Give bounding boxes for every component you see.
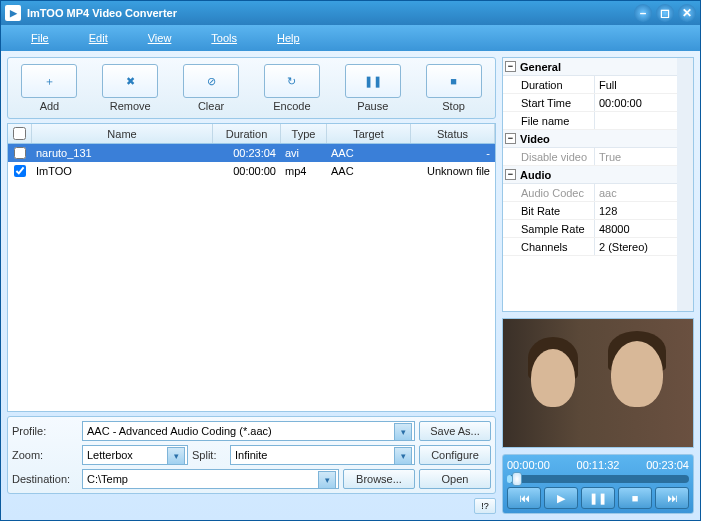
file-list-header: Name Duration Type Target Status: [8, 124, 495, 144]
table-row[interactable]: naruto_13100:23:04aviAAC-: [8, 144, 495, 162]
no-icon: ⊘: [207, 75, 216, 88]
menu-file[interactable]: File: [11, 28, 69, 48]
saveas-button[interactable]: Save As...: [419, 421, 491, 441]
col-target[interactable]: Target: [327, 124, 411, 143]
prop-group[interactable]: −Video: [503, 130, 677, 148]
profile-label: Profile:: [12, 425, 78, 437]
app-icon: ▶: [5, 5, 21, 21]
prop-row[interactable]: Audio Codecaac: [503, 184, 677, 202]
player-pause-button[interactable]: ❚❚: [581, 487, 615, 509]
destination-input[interactable]: C:\Temp: [82, 469, 339, 489]
player-stop-button[interactable]: ■: [618, 487, 652, 509]
prop-key: File name: [503, 112, 595, 129]
cell-target: AAC: [327, 165, 411, 177]
remove-button[interactable]: ✖ Remove: [93, 62, 168, 114]
configure-button[interactable]: Configure: [419, 445, 491, 465]
window-title: ImTOO MP4 Video Converter: [27, 7, 634, 19]
cell-duration: 00:00:00: [213, 165, 281, 177]
video-preview: [502, 318, 694, 448]
play-button[interactable]: ▶: [544, 487, 578, 509]
time-start: 00:00:00: [507, 459, 550, 471]
col-duration[interactable]: Duration: [213, 124, 281, 143]
settings-form: Profile: AAC - Advanced Audio Coding (*.…: [7, 416, 496, 494]
pause-icon: ❚❚: [364, 75, 382, 88]
prop-key: Disable video: [503, 148, 595, 165]
time-mid: 00:11:32: [577, 459, 620, 471]
prop-key: Audio Codec: [503, 184, 595, 201]
col-status[interactable]: Status: [411, 124, 495, 143]
prop-group[interactable]: −General: [503, 58, 677, 76]
prop-value[interactable]: 00:00:00: [595, 94, 677, 111]
prop-value[interactable]: 48000: [595, 220, 677, 237]
prop-row[interactable]: Channels2 (Stereo): [503, 238, 677, 256]
cell-duration: 00:23:04: [213, 147, 281, 159]
next-button[interactable]: ⏭: [655, 487, 689, 509]
prop-row[interactable]: File name: [503, 112, 677, 130]
zoom-combo[interactable]: Letterbox: [82, 445, 188, 465]
menu-edit[interactable]: Edit: [69, 28, 128, 48]
help-button[interactable]: !?: [474, 498, 496, 514]
collapse-icon[interactable]: −: [505, 61, 516, 72]
prop-value[interactable]: Full: [595, 76, 677, 93]
prop-key: Bit Rate: [503, 202, 595, 219]
pause-button[interactable]: ❚❚ Pause: [335, 62, 410, 114]
menu-view[interactable]: View: [128, 28, 192, 48]
row-checkbox[interactable]: [14, 147, 26, 159]
col-check[interactable]: [8, 124, 32, 143]
prop-row[interactable]: Disable videoTrue: [503, 148, 677, 166]
x-icon: ✖: [126, 75, 135, 88]
cell-name: ImTOO: [32, 165, 213, 177]
seek-thumb[interactable]: [512, 472, 522, 486]
cell-status: Unknown file: [411, 165, 495, 177]
collapse-icon[interactable]: −: [505, 133, 516, 144]
player-controls: 00:00:00 00:11:32 00:23:04 ⏮ ▶ ❚❚ ■ ⏭: [502, 454, 694, 514]
prop-row[interactable]: Start Time00:00:00: [503, 94, 677, 112]
app-window: ▶ ImTOO MP4 Video Converter － ◻ ✕ File E…: [0, 0, 701, 521]
close-button[interactable]: ✕: [678, 4, 696, 22]
prev-button[interactable]: ⏮: [507, 487, 541, 509]
split-label: Split:: [192, 449, 226, 461]
menu-tools[interactable]: Tools: [191, 28, 257, 48]
col-type[interactable]: Type: [281, 124, 327, 143]
prop-value[interactable]: aac: [595, 184, 677, 201]
time-end: 00:23:04: [646, 459, 689, 471]
prop-key: Start Time: [503, 94, 595, 111]
cell-name: naruto_131: [32, 147, 213, 159]
stop-button[interactable]: ■ Stop: [416, 62, 491, 114]
encode-icon: ↻: [287, 75, 296, 88]
open-button[interactable]: Open: [419, 469, 491, 489]
prop-group[interactable]: −Audio: [503, 166, 677, 184]
profile-combo[interactable]: AAC - Advanced Audio Coding (*.aac): [82, 421, 415, 441]
prop-row[interactable]: Bit Rate128: [503, 202, 677, 220]
prop-value[interactable]: 2 (Stereo): [595, 238, 677, 255]
prop-row[interactable]: Sample Rate48000: [503, 220, 677, 238]
cell-type: avi: [281, 147, 327, 159]
menu-help[interactable]: Help: [257, 28, 320, 48]
props-scrollbar[interactable]: [677, 58, 693, 311]
prop-value[interactable]: [595, 112, 677, 129]
prop-row[interactable]: DurationFull: [503, 76, 677, 94]
table-row[interactable]: ImTOO00:00:00mp4AACUnknown file: [8, 162, 495, 180]
encode-button[interactable]: ↻ Encode: [254, 62, 329, 114]
prop-value[interactable]: True: [595, 148, 677, 165]
menubar: File Edit View Tools Help: [1, 25, 700, 51]
collapse-icon[interactable]: −: [505, 169, 516, 180]
row-checkbox[interactable]: [14, 165, 26, 177]
minimize-button[interactable]: －: [634, 4, 652, 22]
destination-label: Destination:: [12, 473, 78, 485]
clear-button[interactable]: ⊘ Clear: [174, 62, 249, 114]
seek-bar[interactable]: [507, 475, 689, 483]
maximize-button[interactable]: ◻: [656, 4, 674, 22]
prop-value[interactable]: 128: [595, 202, 677, 219]
cell-target: AAC: [327, 147, 411, 159]
col-name[interactable]: Name: [32, 124, 213, 143]
add-button[interactable]: ＋ Add: [12, 62, 87, 114]
prop-key: Channels: [503, 238, 595, 255]
split-combo[interactable]: Infinite: [230, 445, 415, 465]
stop-icon: ■: [450, 75, 457, 87]
cell-status: -: [411, 147, 495, 159]
browse-button[interactable]: Browse...: [343, 469, 415, 489]
prop-key: Sample Rate: [503, 220, 595, 237]
plus-icon: ＋: [44, 74, 55, 89]
prop-key: Duration: [503, 76, 595, 93]
